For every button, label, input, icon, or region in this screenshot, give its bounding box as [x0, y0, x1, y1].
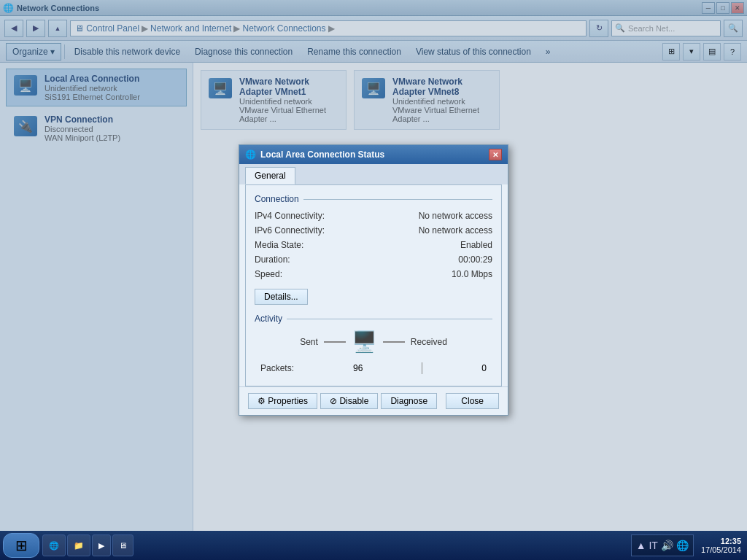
received-packets-value: 0 [481, 363, 487, 373]
taskbar-left: ⊞ 🌐 📁 ▶ 🖥 [3, 533, 133, 558]
dialog-title-left: 🌐 Local Area Connection Status [245, 149, 384, 160]
clock-date: 17/05/2014 [701, 545, 741, 554]
network-activity-icon: 🖥️ [352, 330, 377, 354]
diagnose-button[interactable]: Diagnose [381, 393, 437, 409]
sent-packets-value: 96 [353, 363, 363, 373]
ipv4-value: No network access [419, 211, 492, 221]
packets-row: Packets: 96 0 [255, 359, 492, 377]
connection-status-dialog: 🌐 Local Area Connection Status ✕ General… [239, 144, 508, 416]
activity-icons: Sent 🖥️ Received [255, 330, 492, 354]
taskbar-right: ▲ IT 🔊 🌐 12:35 17/05/2014 [631, 534, 744, 556]
media-icon: ▶ [98, 541, 104, 551]
taskbar-explorer[interactable]: 📁 [67, 534, 90, 556]
sent-column: Sent [300, 337, 318, 347]
ie-icon: 🌐 [49, 541, 59, 551]
tray-network-icon[interactable]: 🌐 [676, 540, 689, 551]
dialog-body: Connection IPv4 Connectivity: No network… [245, 184, 502, 386]
tab-general[interactable]: General [245, 167, 295, 184]
packets-divider [422, 362, 422, 374]
received-column: Received [411, 337, 447, 347]
received-label: Received [411, 337, 447, 347]
taskbar-network-icon: 🖥 [119, 541, 127, 550]
dialog-tabs: General [239, 164, 508, 184]
connection-section-label: Connection [255, 194, 299, 204]
taskbar-items: 🌐 📁 ▶ 🖥 [42, 534, 133, 556]
taskbar-network[interactable]: 🖥 [112, 534, 133, 556]
sent-line [324, 341, 346, 343]
properties-button[interactable]: ⚙ Properties [248, 393, 317, 409]
start-button[interactable]: ⊞ [3, 533, 39, 558]
dialog-title: Local Area Connection Status [260, 149, 384, 160]
activity-section-header: Activity [255, 314, 492, 324]
duration-row: Duration: 00:00:29 [255, 254, 492, 265]
speed-row: Speed: 10.0 Mbps [255, 268, 492, 280]
tab-general-label: General [255, 171, 286, 181]
dialog-icon: 🌐 [245, 149, 256, 160]
explorer-icon: 📁 [74, 541, 84, 551]
media-state-label: Media State: [255, 240, 303, 250]
tray-keyboard-icon: IT [649, 540, 657, 551]
tray-sound-icon[interactable]: 🔊 [661, 540, 673, 551]
dialog-footer: ⚙ Properties ⊘ Disable Diagnose Close [239, 386, 508, 415]
details-button[interactable]: Details... [255, 289, 308, 305]
speed-value: 10.0 Mbps [452, 269, 492, 279]
activity-section-label: Activity [255, 314, 282, 324]
connection-section-header: Connection [255, 194, 492, 204]
system-tray: ▲ IT 🔊 🌐 [631, 534, 694, 556]
ipv6-value: No network access [419, 225, 492, 236]
taskbar: ⊞ 🌐 📁 ▶ 🖥 ▲ IT 🔊 🌐 12:35 17/05/2014 [0, 531, 747, 560]
dialog-title-bar: 🌐 Local Area Connection Status ✕ [239, 145, 508, 164]
clock-time: 12:35 [701, 537, 741, 545]
speed-label: Speed: [255, 269, 282, 279]
received-line [383, 341, 405, 343]
modal-overlay: 🌐 Local Area Connection Status ✕ General… [0, 0, 747, 560]
sent-label: Sent [300, 337, 318, 347]
dialog-close-button[interactable]: ✕ [489, 149, 502, 160]
ipv4-label: IPv4 Connectivity: [255, 211, 325, 221]
dialog-close-main-button[interactable]: Close [446, 393, 499, 409]
activity-section: Activity Sent 🖥️ Received Packets: 96 [255, 314, 492, 377]
taskbar-ie[interactable]: 🌐 [42, 534, 66, 556]
ipv6-label: IPv6 Connectivity: [255, 225, 325, 236]
clock[interactable]: 12:35 17/05/2014 [698, 537, 744, 554]
packets-label: Packets: [260, 363, 294, 373]
taskbar-media[interactable]: ▶ [92, 534, 111, 556]
duration-label: Duration: [255, 254, 290, 265]
ipv6-row: IPv6 Connectivity: No network access [255, 225, 492, 236]
disable-button[interactable]: ⊘ Disable [320, 393, 378, 409]
footer-action-buttons: ⚙ Properties ⊘ Disable Diagnose [248, 393, 437, 409]
tray-expand-icon[interactable]: ▲ [636, 540, 646, 551]
ipv4-row: IPv4 Connectivity: No network access [255, 210, 492, 222]
duration-value: 00:00:29 [458, 254, 492, 265]
media-state-value: Enabled [460, 240, 492, 250]
media-state-row: Media State: Enabled [255, 239, 492, 251]
